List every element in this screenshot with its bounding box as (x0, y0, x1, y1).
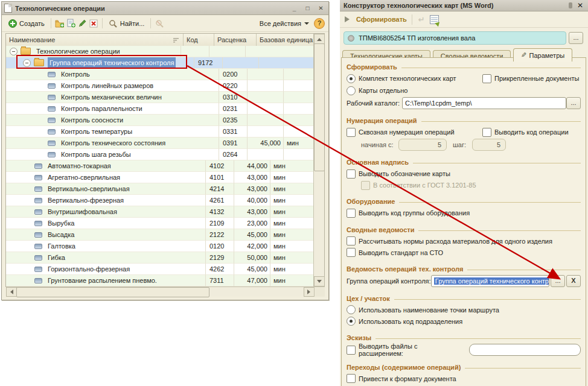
work-dir-browse-button[interactable]: ... (566, 97, 581, 109)
all-actions-button[interactable]: Все действия (257, 19, 312, 28)
table-row[interactable]: Контроль0200 (6, 69, 324, 80)
pin-icon[interactable] (569, 2, 572, 8)
checkbox-print-equipment-group-code[interactable]: Выводить код группы оборудования (347, 209, 470, 218)
table-row[interactable]: Контроль шага резьбы0264 (6, 149, 324, 160)
minimize-button[interactable]: _ (289, 4, 299, 13)
scroll-up-button[interactable] (314, 34, 325, 44)
help-button[interactable]: ? (314, 18, 325, 29)
checkbox-icon (482, 128, 491, 137)
export-document-icon[interactable] (430, 15, 439, 24)
control-group-clear-button[interactable]: X (566, 275, 581, 287)
selected-text: Группа операций технического контроля (434, 277, 549, 285)
cell-name: Вертикально-фрезерная (6, 195, 206, 206)
collapse-icon[interactable] (10, 48, 18, 55)
close-button[interactable]: ✕ (316, 4, 326, 13)
document-icon (4, 4, 12, 13)
table-row[interactable]: Гибка212950,000мин (6, 252, 324, 264)
checkbox-print-files-with-extension[interactable]: Выводить файлы с расширением: (347, 343, 463, 357)
operation-icon (34, 255, 42, 261)
table-row[interactable]: Горизонтально-фрезерная426245,000мин (6, 264, 324, 275)
start-from-field[interactable]: 5 (398, 139, 447, 151)
cell-name: Высадка (6, 229, 206, 241)
section-numbering: Нумерация операций (347, 115, 581, 126)
table-row[interactable]: Контроль механических величин0310 (6, 92, 324, 103)
checkbox-attached-documents[interactable]: Прикрепленные документы (482, 74, 580, 83)
step-field[interactable]: 5 (472, 139, 506, 151)
checkbox-icon (347, 236, 356, 245)
close-button[interactable]: ✕ (576, 1, 584, 10)
radio-complete-set[interactable]: Комплект технологических карт (347, 74, 456, 83)
checkbox-through-numbering[interactable]: Сквозная нумерация операций (347, 128, 455, 137)
panel-titlebar[interactable]: Конструктор технологических карт (MS Wor… (340, 0, 588, 11)
checkbox-calc-material-norms[interactable]: Рассчитывать нормы расхода материалов дл… (347, 236, 552, 245)
sort-icon[interactable] (173, 37, 180, 43)
vertical-scrollbar[interactable] (313, 34, 324, 286)
row-name: Вертикально-сверлильная (46, 183, 132, 194)
row-name: Агрегатно-сверлильная (46, 172, 122, 183)
window-title: Технологические операции (15, 5, 286, 12)
scroll-left-button[interactable] (6, 287, 17, 297)
table-row[interactable]: Грунтование распылением пневмо.731147,00… (6, 275, 324, 286)
work-dir-field[interactable]: C:\Temp\1cpdm_temp\ (402, 97, 566, 109)
table-row[interactable]: Автоматно-токарная410244,000мин (6, 160, 324, 172)
horizontal-scroll-thumb[interactable] (16, 287, 209, 297)
radio-use-department-code[interactable]: Использовать код подразделения (347, 317, 462, 326)
table-row[interactable]: Контроль температуры0331 (6, 126, 324, 138)
delete-button[interactable] (89, 19, 98, 28)
collapse-icon[interactable] (23, 59, 31, 67)
control-group-browse-button[interactable]: ... (551, 275, 565, 287)
control-group-field[interactable]: Группа операций технического контроля (431, 275, 549, 287)
checkbox-print-sto-standard[interactable]: Выводить стандарт на СТО (347, 248, 443, 257)
window-titlebar[interactable]: Технологические операции _ □ ✕ (2, 2, 328, 15)
table-row[interactable]: Вертикально-сверлильная421443,000мин (6, 183, 324, 195)
cell-rate: 23,000 (234, 218, 270, 229)
radio-cards-separately[interactable]: Карты отдельно (347, 86, 407, 95)
checkbox-print-op-code[interactable]: Выводить код операции (482, 128, 569, 137)
tab-parameters[interactable]: ✎ Параметры (513, 48, 572, 62)
find-button[interactable]: Найти... (106, 17, 147, 29)
table-body: Технологические операцииГруппа операций … (6, 46, 324, 286)
table-row[interactable]: Контроль линейных размеров0220 (6, 80, 324, 92)
copy-button[interactable] (66, 19, 75, 28)
cell-unit (246, 46, 324, 57)
column-header-rate[interactable]: Расценка (214, 34, 257, 46)
row-name: Контроль параллельности (59, 103, 144, 114)
checkbox-convert-to-doc-format[interactable]: Привести к формату документа (347, 374, 456, 383)
table-row[interactable]: Высадка212245,000мин (6, 229, 324, 241)
radio-use-route-point-name[interactable]: Использовать наименование точки маршрута (347, 305, 499, 314)
checkbox-print-card-designation[interactable]: Выводить обозначение карты (347, 169, 450, 179)
checkbox-icon (361, 181, 370, 190)
undo-arrow-icon[interactable]: ↵ (417, 15, 426, 24)
horizontal-scrollbar[interactable] (6, 286, 314, 297)
table-row[interactable]: Галтовка012042,000мин (6, 241, 324, 252)
extension-field[interactable] (469, 344, 581, 356)
parameters-tab-content: Сформировать Комплект технологических ка… (341, 57, 586, 386)
vertical-scroll-thumb[interactable] (314, 43, 325, 171)
column-header-code[interactable]: Код (184, 34, 214, 46)
table-row[interactable]: Агрегатно-сверлильная410143,000мин (6, 172, 324, 183)
scroll-down-button[interactable] (314, 276, 325, 286)
table-row[interactable]: Группа операций технического контроля917… (6, 57, 324, 69)
edit-pencil-button[interactable] (78, 19, 87, 28)
table-row[interactable]: Контроль параллельности0231 (6, 103, 324, 115)
generate-button[interactable]: Сформировать (356, 16, 407, 23)
clear-find-button[interactable] (155, 19, 164, 28)
add-group-button[interactable] (55, 19, 64, 28)
cell-name: Контроль температуры (6, 126, 219, 138)
cell-rate (248, 149, 284, 160)
document-field[interactable]: ТПМВI6805254 ТП изготовления вала (344, 31, 566, 45)
table-row[interactable]: Технологические операции (6, 46, 324, 57)
table-row[interactable]: Контроль соосности0235 (6, 115, 324, 126)
maximize-button[interactable]: □ (302, 4, 313, 13)
table-row[interactable]: Внутришлифовальная413243,000мин (6, 206, 324, 218)
table-row[interactable]: Контроль технического состояния039145,00… (6, 138, 324, 149)
scroll-right-button[interactable] (304, 287, 315, 297)
document-browse-button[interactable]: ... (569, 32, 583, 44)
column-header-name[interactable]: Наименование (6, 34, 184, 46)
create-button[interactable]: Создать (5, 17, 47, 29)
cell-rate (223, 57, 259, 69)
table-row[interactable]: Вырубка210923,000мин (6, 218, 324, 229)
cell-rate: 43,000 (234, 172, 270, 183)
cell-name: Горизонтально-фрезерная (6, 264, 206, 275)
table-row[interactable]: Вертикально-фрезерная426140,000мин (6, 195, 324, 206)
